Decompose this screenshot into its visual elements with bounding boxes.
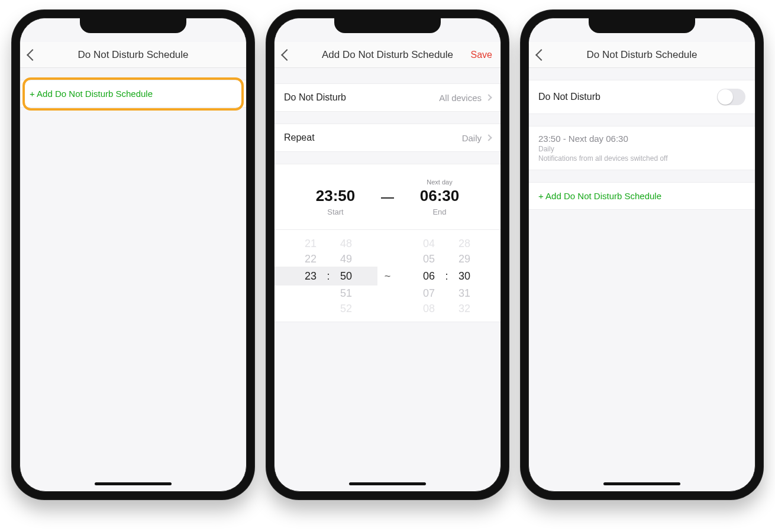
schedule-text: 23:50 - Next day 06:30 Daily Notificatio…: [538, 134, 668, 163]
nav-bar: Add Do Not Disturb Schedule Save: [275, 42, 500, 68]
row-value: All devices: [439, 93, 482, 103]
end-label: End: [407, 207, 472, 216]
back-icon[interactable]: [281, 49, 293, 61]
schedule-row[interactable]: 23:50 - Next day 06:30 Daily Notificatio…: [529, 126, 755, 170]
home-indicator[interactable]: [95, 482, 172, 485]
start-time-block: 23:50 Start: [303, 179, 368, 216]
end-minutes-wheel[interactable]: 28 29 30 31 32: [451, 230, 478, 322]
content-area: Do Not Disturb All devices Repeat Daily …: [275, 68, 500, 322]
screen-3: Do Not Disturb Schedule Do Not Disturb 2…: [528, 18, 755, 492]
chevron-right-icon: [485, 134, 492, 141]
row-label: Do Not Disturb: [284, 92, 346, 103]
schedule-time: 23:50 - Next day 06:30: [538, 134, 668, 144]
screen-1: Do Not Disturb Schedule + Add Do Not Dis…: [20, 18, 247, 492]
end-hours-wheel[interactable]: 04 05 06 07 08: [415, 230, 443, 322]
colon-separator: :: [324, 230, 332, 322]
colon-separator: :: [443, 230, 451, 322]
save-button[interactable]: Save: [471, 50, 492, 60]
start-label: Start: [303, 207, 368, 216]
phone-mock-3: Do Not Disturb Schedule Do Not Disturb 2…: [520, 9, 764, 500]
dnd-toggle[interactable]: [717, 89, 745, 105]
nav-bar: Do Not Disturb Schedule: [529, 42, 755, 68]
home-indicator[interactable]: [603, 482, 680, 485]
time-range-display: 23:50 Start — Next day 06:30 End: [275, 164, 500, 230]
content-area: + Add Do Not Disturb Schedule: [20, 68, 246, 108]
dnd-toggle-row: Do Not Disturb: [529, 80, 755, 114]
phone-mock-1: Do Not Disturb Schedule + Add Do Not Dis…: [11, 9, 255, 500]
row-value: Daily: [462, 133, 482, 143]
content-area: Do Not Disturb 23:50 - Next day 06:30 Da…: [529, 68, 755, 210]
toggle-knob: [718, 89, 733, 105]
back-icon[interactable]: [27, 49, 38, 61]
start-hours-wheel[interactable]: 21 22 23: [297, 230, 324, 322]
row-label: Do Not Disturb: [538, 92, 600, 102]
end-time: 06:30: [407, 187, 472, 205]
page-title: Do Not Disturb Schedule: [529, 49, 755, 61]
range-dash-icon: —: [381, 190, 394, 205]
schedule-note: Notifications from all devices switched …: [538, 154, 668, 163]
status-bar: [529, 18, 755, 42]
add-schedule-button[interactable]: + Add Do Not Disturb Schedule: [529, 182, 755, 210]
start-time: 23:50: [303, 187, 368, 205]
start-minutes-wheel[interactable]: 48 49 50 51 52: [332, 230, 360, 322]
page-title: Add Do Not Disturb Schedule: [275, 49, 500, 61]
status-bar: [20, 18, 246, 42]
dnd-scope-row[interactable]: Do Not Disturb All devices: [275, 83, 500, 112]
repeat-row[interactable]: Repeat Daily: [275, 124, 500, 152]
nav-bar: Do Not Disturb Schedule: [20, 42, 246, 68]
next-day-label: Next day: [407, 179, 472, 187]
schedule-repeat: Daily: [538, 145, 668, 153]
phone-mock-2: Add Do Not Disturb Schedule Save Do Not …: [266, 9, 509, 500]
row-label: Repeat: [284, 132, 315, 143]
add-schedule-button[interactable]: + Add Do Not Disturb Schedule: [20, 80, 246, 108]
end-time-block: Next day 06:30 End: [407, 179, 472, 216]
back-icon[interactable]: [535, 49, 547, 61]
tilde-icon: ~: [385, 267, 391, 286]
time-picker[interactable]: ~ 21 22 23 : 48 49 50 51: [275, 230, 500, 322]
page-title: Do Not Disturb Schedule: [20, 49, 246, 61]
chevron-right-icon: [485, 94, 492, 100]
status-bar: [275, 18, 500, 42]
screen-2: Add Do Not Disturb Schedule Save Do Not …: [274, 18, 501, 492]
home-indicator[interactable]: [349, 482, 426, 485]
